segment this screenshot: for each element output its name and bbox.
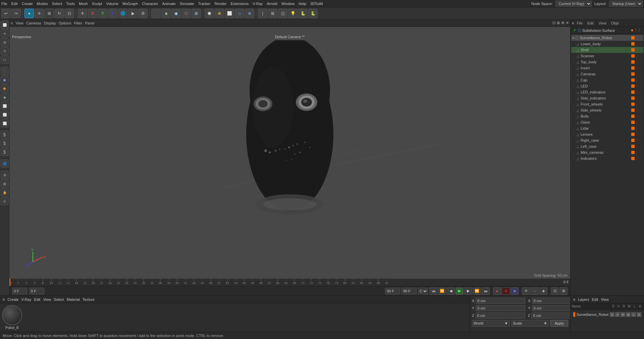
menu-modes[interactable]: Modes bbox=[37, 2, 48, 6]
hierarchy-item-led[interactable]: △ LED ⋮⋮ bbox=[571, 83, 643, 89]
hierarchy-item-left-case[interactable]: △ Left_case ⋮⋮ bbox=[571, 143, 643, 149]
generator-button[interactable]: ◉ bbox=[171, 9, 181, 18]
hierarchy-item-front-wheels[interactable]: △ Front_wheels ⋮⋮ bbox=[571, 101, 643, 107]
material-select-menu[interactable]: Select bbox=[54, 297, 64, 301]
layer-a-icon[interactable]: A bbox=[637, 312, 641, 317]
transform-mode-dropdown[interactable]: Scale ▼ bbox=[511, 320, 549, 327]
material-vray-menu[interactable]: V-Ray bbox=[21, 297, 31, 301]
left-scale-tool[interactable]: ⊞ bbox=[1, 38, 9, 46]
magnet-button[interactable]: ⊗ bbox=[215, 9, 224, 18]
loop-sel-button[interactable]: ⊕ bbox=[245, 9, 254, 18]
timeline-mode-btn[interactable]: ⊡ bbox=[551, 287, 559, 295]
frame-end-1-input[interactable] bbox=[385, 288, 400, 294]
frame-start-input[interactable] bbox=[29, 288, 44, 294]
hierarchy-item-indicators[interactable]: △ Indicators ⋮⋮ bbox=[571, 155, 643, 161]
subdiv-vis-icon[interactable]: ■ bbox=[631, 28, 633, 32]
undo-button[interactable]: ↩ bbox=[1, 9, 11, 18]
left-tool-10[interactable]: ⬜ bbox=[1, 102, 9, 110]
menu-create[interactable]: Create bbox=[22, 2, 33, 6]
left-select-tool[interactable]: ⬜ bbox=[1, 21, 9, 29]
playback-first-btn[interactable]: ⏮ bbox=[429, 287, 437, 295]
left-tool-circle[interactable]: ◎ bbox=[1, 197, 9, 205]
left-dollar-1[interactable]: $ bbox=[1, 131, 9, 139]
hierarchy-item-side-indicators[interactable]: △ Side_indicators ⋮⋮ bbox=[571, 95, 643, 101]
cube-button[interactable]: ⬛ bbox=[151, 9, 161, 18]
y-axis-button[interactable]: Y bbox=[98, 9, 107, 18]
menu-edit[interactable]: Edit bbox=[11, 2, 18, 6]
left-tool-7[interactable]: ◉ bbox=[1, 76, 9, 84]
redo-button[interactable]: ↪ bbox=[11, 9, 21, 18]
viewport-filter-menu[interactable]: Filter bbox=[74, 21, 82, 25]
playback-prev-frame-btn[interactable]: ◀ bbox=[447, 287, 455, 295]
layer-l-icon[interactable]: L bbox=[631, 312, 636, 317]
move-mode-button[interactable]: ✛ bbox=[35, 9, 44, 18]
hierarchy-item-surveillance-robot[interactable]: ▶ ⬡ Surveillance_Robot ⋮⋮ bbox=[571, 35, 643, 41]
viewport[interactable]: Perspective Default Camera ** bbox=[9, 27, 570, 279]
world-space-button[interactable]: 🌐 bbox=[118, 9, 127, 18]
menu-file[interactable]: File bbox=[1, 2, 7, 6]
right-panel-menu-icon[interactable]: ≡ bbox=[572, 21, 574, 25]
viewport-display-menu[interactable]: Display bbox=[44, 21, 56, 25]
left-dollar-2[interactable]: $ bbox=[1, 139, 9, 147]
subdiv-dots[interactable]: ⋮⋮ bbox=[634, 28, 641, 32]
menu-vray[interactable]: V-Ray bbox=[253, 2, 263, 6]
hierarchy-item-lenses[interactable]: △ Lenses ⋮⋮ bbox=[571, 131, 643, 137]
hierarchy-item-cap[interactable]: △ Cap ⋮⋮ bbox=[571, 77, 643, 83]
deformer-button[interactable]: ⬡ bbox=[181, 9, 191, 18]
key-sel-btn[interactable]: ◈ bbox=[539, 287, 547, 295]
layer-r-icon[interactable]: R bbox=[621, 312, 625, 317]
menu-mesh[interactable]: Mesh bbox=[79, 2, 88, 6]
z-axis-button[interactable]: Z bbox=[108, 9, 117, 18]
menu-3dtoall[interactable]: 3DToAll bbox=[310, 2, 323, 6]
menu-volume[interactable]: Volume bbox=[106, 2, 119, 6]
layer-s-icon[interactable]: S bbox=[610, 312, 614, 317]
nurbs-button[interactable]: ◈ bbox=[161, 9, 171, 18]
viewport-layout-btn[interactable]: ⊞ bbox=[557, 21, 560, 25]
material-view-menu[interactable]: View bbox=[43, 297, 51, 301]
hierarchy-item-top-body[interactable]: △ Top_body ⋮⋮ bbox=[571, 59, 643, 65]
left-tool-6[interactable]: ⬛ bbox=[1, 67, 9, 75]
menu-arnold[interactable]: Arnold bbox=[267, 2, 277, 6]
material-swatch-container[interactable]: Police_R bbox=[2, 305, 22, 330]
select-tool-button[interactable]: ⬟ bbox=[205, 9, 214, 18]
left-tool-9[interactable]: ◈ bbox=[1, 93, 9, 101]
left-tool-spiral[interactable]: 🌀 bbox=[1, 159, 9, 167]
python2-button[interactable]: 🐍 bbox=[308, 9, 318, 18]
timeline-ruler[interactable]: 0 2 4 6 8 10 12 bbox=[9, 279, 570, 286]
playback-play-btn[interactable]: ▶ bbox=[455, 287, 464, 295]
rotate-mode-button[interactable]: ↻ bbox=[55, 9, 64, 18]
material-texture-menu[interactable]: Texture bbox=[83, 297, 95, 301]
knife-button[interactable]: ◇ bbox=[235, 9, 244, 18]
viewport-fullscreen-btn[interactable]: ⊡ bbox=[552, 21, 555, 25]
frame-end-2-input[interactable] bbox=[401, 288, 417, 294]
layers-view-menu[interactable]: View bbox=[601, 297, 609, 301]
material-edit-menu[interactable]: Edit bbox=[34, 297, 40, 301]
hierarchy-item-scanner[interactable]: △ Scanner ⋮⋮ bbox=[571, 53, 643, 59]
right-tab-edit[interactable]: Edit bbox=[585, 20, 596, 26]
menu-help[interactable]: Help bbox=[299, 2, 306, 6]
hierarchy-item-insert[interactable]: △ Insert ⋮⋮ bbox=[571, 65, 643, 71]
right-tab-obj[interactable]: Objè bbox=[609, 20, 621, 26]
playback-next-btn[interactable]: ⏩ bbox=[473, 287, 481, 295]
menu-character[interactable]: Character bbox=[142, 2, 158, 6]
add-key-btn[interactable]: ✛ bbox=[522, 287, 530, 295]
menu-render[interactable]: Render bbox=[214, 2, 226, 6]
menu-select[interactable]: Select bbox=[52, 2, 62, 6]
hierarchy-item-shell[interactable]: △ Shell ⋮⋮ bbox=[571, 47, 643, 53]
right-tab-file[interactable]: File bbox=[575, 20, 585, 26]
node-space-select[interactable]: Current (V-Ray) bbox=[555, 1, 592, 7]
settings-button[interactable]: ⚙ bbox=[138, 9, 148, 18]
menu-tracker[interactable]: Tracker bbox=[198, 2, 211, 6]
scale-mode-button[interactable]: ⊞ bbox=[45, 9, 54, 18]
fps-select[interactable]: C bbox=[418, 288, 428, 294]
layer-v-icon[interactable]: V bbox=[615, 312, 620, 317]
left-tool-lock[interactable]: 🔒 bbox=[1, 188, 9, 196]
x-axis-button[interactable]: X bbox=[88, 9, 97, 18]
light-button[interactable]: 💡 bbox=[288, 9, 298, 18]
left-move-tool[interactable]: ✛ bbox=[1, 29, 9, 38]
playback-next-frame-btn[interactable]: ▶ bbox=[464, 287, 472, 295]
left-dollar-3[interactable]: $ bbox=[1, 148, 9, 156]
playback-prev-btn[interactable]: ⏪ bbox=[438, 287, 446, 295]
coord-mode-dropdown[interactable]: World ▼ bbox=[472, 320, 510, 327]
hierarchy-item-cameras[interactable]: △ Cameras ⋮⋮ bbox=[571, 71, 643, 77]
